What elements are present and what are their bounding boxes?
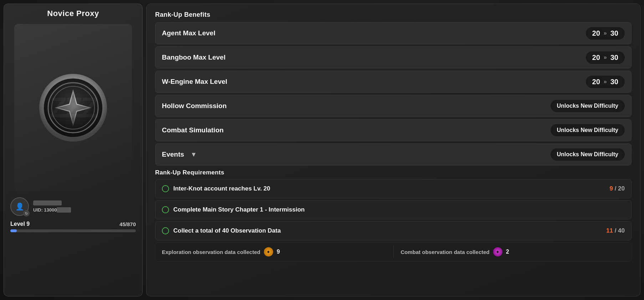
unlock-badge-hollow: Unlocks New Difficulty <box>551 100 625 112</box>
req-circle-1 <box>162 185 169 192</box>
benefit-from-wengine: 20 <box>592 78 600 86</box>
benefit-label-combat-sim: Combat Simulation <box>162 126 551 134</box>
req-progress-3: 11 / 40 <box>606 227 625 234</box>
right-panel: Rank-Up Benefits Agent Max Level 20 » 30… <box>146 4 640 296</box>
benefit-to-bangboo: 30 <box>610 54 618 62</box>
events-row: Events ▼ Unlocks New Difficulty <box>155 143 632 166</box>
req-circle-3 <box>162 227 169 234</box>
benefit-row-combat-sim: Combat Simulation Unlocks New Difficulty <box>155 119 632 141</box>
req-progress-1: 9 / 20 <box>609 185 625 192</box>
obs-explore-label: Exploration observation data collected <box>162 249 260 255</box>
unlock-badge-combat-sim: Unlocks New Difficulty <box>551 124 625 136</box>
benefit-row-bangboo: Bangboo Max Level 20 » 30 <box>155 46 632 68</box>
user-uid: UID: 13000●●●●● <box>33 207 71 213</box>
obs-section-combat: Combat observation data collected ✦ 2 <box>401 247 625 256</box>
requirement-row-2: Complete Main Story Chapter 1 - Intermis… <box>155 200 632 219</box>
user-avatar-icon: 👤 <box>15 202 24 211</box>
chevron-agent: » <box>604 30 607 36</box>
benefit-value-agent: 20 » 30 <box>586 27 625 40</box>
obs-explore-count: 9 <box>277 249 280 255</box>
events-dropdown-arrow[interactable]: ▼ <box>190 151 197 158</box>
benefit-value-wengine: 20 » 30 <box>586 76 625 88</box>
benefit-to-agent: 30 <box>610 29 618 37</box>
req-label-3: Collect a total of 40 Observation Data <box>173 227 602 234</box>
avatar-box: ZZZ <box>14 24 132 192</box>
exp-bar-fill <box>10 229 17 232</box>
req-circle-2 <box>162 206 169 213</box>
benefit-row-hollow: Hollow Commission Unlocks New Difficulty <box>155 95 632 117</box>
user-name-blurred <box>33 200 62 205</box>
benefits-title: Rank-Up Benefits <box>155 11 632 19</box>
left-panel: Novice Proxy ZZZ <box>4 4 143 296</box>
benefit-row-agent: Agent Max Level 20 » 30 <box>155 22 632 44</box>
requirements-title: Rank-Up Requirements <box>155 169 632 176</box>
obs-section-explore: Exploration observation data collected ✦… <box>162 247 386 256</box>
benefit-to-wengine: 30 <box>610 78 618 86</box>
benefit-label-hollow: Hollow Commission <box>162 102 551 110</box>
requirement-row-3: Collect a total of 40 Observation Data 1… <box>155 221 632 240</box>
obs-combat-count: 2 <box>506 249 509 255</box>
requirement-row-1: Inter-Knot account reaches Lv. 20 9 / 20 <box>155 179 632 198</box>
benefit-from-agent: 20 <box>592 29 600 37</box>
benefit-value-bangboo: 20 » 30 <box>586 51 625 64</box>
exp-bar-container <box>10 229 136 232</box>
obs-combat-icon: ✦ <box>493 247 502 256</box>
benefit-row-wengine: W-Engine Max Level 20 » 30 <box>155 71 632 93</box>
proxy-title: Novice Proxy <box>4 4 142 22</box>
exp-display: 45/870 <box>119 221 136 227</box>
user-row: 👤 ↻ UID: 13000●●●●● <box>4 194 142 219</box>
req-label-1: Inter-Knot account reaches Lv. 20 <box>173 185 605 192</box>
benefit-label-bangboo: Bangboo Max Level <box>162 54 586 61</box>
refresh-badge[interactable]: ↻ <box>23 210 30 217</box>
obs-row: Exploration observation data collected ✦… <box>155 242 632 261</box>
benefit-from-bangboo: 20 <box>592 54 600 62</box>
avatar-bg-text: ZZZ <box>50 91 97 124</box>
events-label: Events <box>162 151 184 158</box>
benefit-label-agent: Agent Max Level <box>162 29 586 37</box>
req-label-2: Complete Main Story Chapter 1 - Intermis… <box>173 206 625 213</box>
level-row: Level 9 45/870 <box>4 219 142 228</box>
benefit-label-wengine: W-Engine Max Level <box>162 78 586 86</box>
uid-hidden: ●●●●● <box>57 207 71 213</box>
user-avatar: 👤 ↻ <box>10 197 29 216</box>
chevron-bangboo: » <box>604 54 607 61</box>
user-info: UID: 13000●●●●● <box>33 200 71 213</box>
chevron-wengine: » <box>604 78 607 85</box>
level-label: Level 9 <box>10 221 30 227</box>
unlock-badge-events: Unlocks New Difficulty <box>551 148 625 161</box>
obs-combat-label: Combat observation data collected <box>401 249 490 255</box>
obs-divider <box>393 246 394 258</box>
obs-explore-icon: ✦ <box>264 247 273 256</box>
